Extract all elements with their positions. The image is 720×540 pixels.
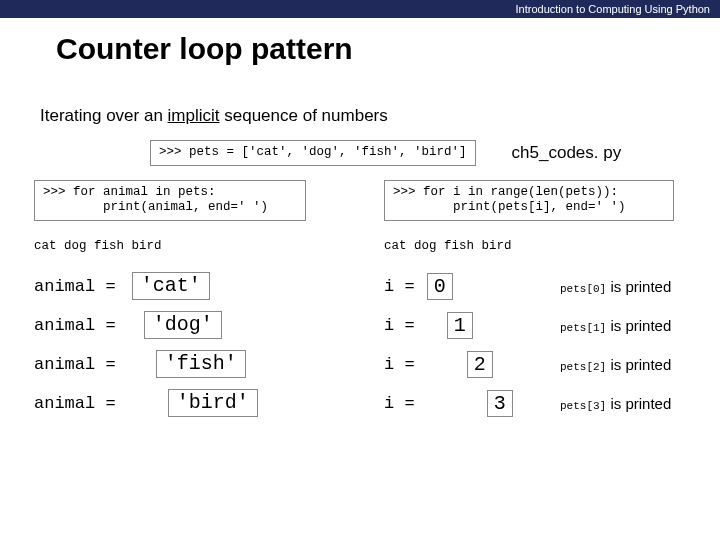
right-step-value: 0 [427, 273, 453, 300]
printed-text: is printed [606, 395, 671, 412]
two-column: >>> for animal in pets: print(animal, en… [0, 180, 720, 423]
pets-definition-code: >>> pets = ['cat', 'dog', 'fish', 'bird'… [150, 140, 476, 166]
printed-code: pets[1] [560, 322, 606, 334]
printed-label: pets[1] is printed [560, 317, 671, 334]
printed-label: pets[0] is printed [560, 278, 671, 295]
printed-text: is printed [606, 278, 671, 295]
printed-code: pets[2] [560, 361, 606, 373]
right-step-row: i = 1 pets[1] is printed [384, 306, 704, 345]
left-step-label: animal = [34, 394, 126, 413]
subtitle: Iterating over an implicit sequence of n… [40, 106, 720, 126]
printed-text: is printed [606, 317, 671, 334]
left-output: cat dog fish bird [34, 239, 384, 253]
left-step-value: 'bird' [168, 389, 258, 417]
left-step-value: 'dog' [144, 311, 222, 339]
slide-title: Counter loop pattern [56, 32, 720, 66]
subtitle-underlined: implicit [168, 106, 220, 125]
left-step-row: animal = 'dog' [34, 306, 384, 345]
course-label: Introduction to Computing Using Python [516, 3, 710, 15]
right-step-value: 3 [487, 390, 513, 417]
right-step-label: i = [384, 355, 425, 374]
left-code: >>> for animal in pets: print(animal, en… [34, 180, 306, 221]
right-code: >>> for i in range(len(pets)): print(pet… [384, 180, 674, 221]
right-step-row: i = 0 pets[0] is printed [384, 267, 704, 306]
left-step-row: animal = 'fish' [34, 345, 384, 384]
right-step-value: 1 [447, 312, 473, 339]
right-step-label: i = [384, 316, 425, 335]
printed-label: pets[3] is printed [560, 395, 671, 412]
right-step-row: i = 2 pets[2] is printed [384, 345, 704, 384]
subtitle-suffix: sequence of numbers [220, 106, 388, 125]
left-step-value: 'fish' [156, 350, 246, 378]
right-step-label: i = [384, 394, 425, 413]
left-step-value: 'cat' [132, 272, 210, 300]
left-step-row: animal = 'bird' [34, 384, 384, 423]
right-column: >>> for i in range(len(pets)): print(pet… [384, 180, 704, 423]
printed-text: is printed [606, 356, 671, 373]
right-step-row: i = 3 pets[3] is printed [384, 384, 704, 423]
header-bar: Introduction to Computing Using Python [0, 0, 720, 18]
right-output: cat dog fish bird [384, 239, 704, 253]
file-label: ch5_codes. py [512, 143, 622, 163]
left-step-label: animal = [34, 277, 126, 296]
subtitle-prefix: Iterating over an [40, 106, 168, 125]
right-step-label: i = [384, 277, 425, 296]
right-step-value: 2 [467, 351, 493, 378]
left-column: >>> for animal in pets: print(animal, en… [34, 180, 384, 423]
top-row: >>> pets = ['cat', 'dog', 'fish', 'bird'… [0, 140, 720, 166]
printed-code: pets[3] [560, 400, 606, 412]
left-step-label: animal = [34, 355, 126, 374]
printed-label: pets[2] is printed [560, 356, 671, 373]
left-step-row: animal = 'cat' [34, 267, 384, 306]
printed-code: pets[0] [560, 283, 606, 295]
left-step-label: animal = [34, 316, 126, 335]
